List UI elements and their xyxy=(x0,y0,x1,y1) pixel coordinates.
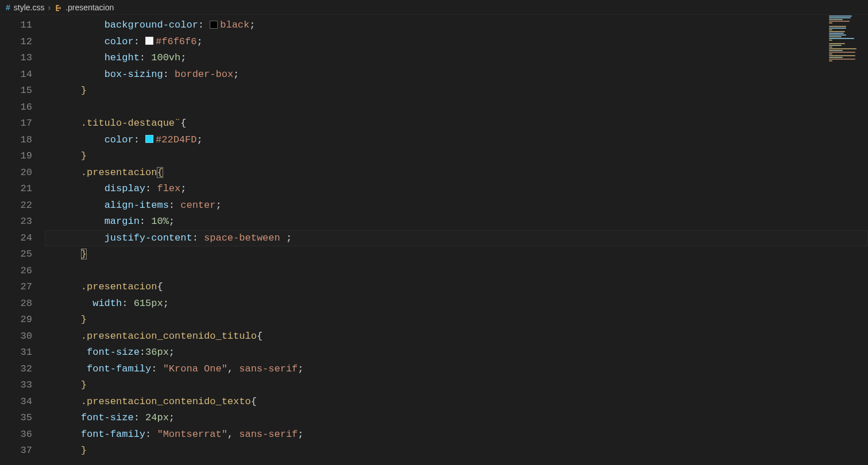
code-line[interactable]: height: 100vh; xyxy=(45,50,868,67)
line-number: 27 xyxy=(0,279,45,296)
code-line[interactable]: .presentacion_contenido_texto{ xyxy=(45,394,868,410)
line-number: 30 xyxy=(0,328,45,345)
code-line[interactable]: box-sizing: border-box; xyxy=(45,67,868,83)
code-line[interactable]: } xyxy=(45,312,868,328)
line-number: 25 xyxy=(0,246,45,263)
code-line[interactable]: margin: 10%; xyxy=(45,214,868,230)
code-line[interactable]: font-family: "Krona One", sans-serif; xyxy=(45,361,868,378)
code-line[interactable]: background-color: black; xyxy=(45,17,868,34)
code-line[interactable]: font-size:36px; xyxy=(45,344,868,361)
symbol-icon xyxy=(54,2,62,11)
breadcrumb-file[interactable]: style.css xyxy=(14,3,45,12)
line-number: 23 xyxy=(0,214,45,230)
line-number: 24 xyxy=(0,230,45,247)
breadcrumb[interactable]: # style.css › .presentacion xyxy=(0,0,868,15)
color-swatch[interactable] xyxy=(145,135,153,143)
line-number: 18 xyxy=(0,132,45,149)
color-swatch[interactable] xyxy=(210,21,218,29)
minimap[interactable] xyxy=(828,15,868,95)
line-number: 11 xyxy=(0,17,45,34)
code-line[interactable] xyxy=(45,263,868,280)
code-line[interactable]: width: 615px; xyxy=(45,296,868,312)
code-line[interactable]: color: #22D4FD; xyxy=(45,132,868,149)
line-number: 22 xyxy=(0,197,45,214)
code-line[interactable] xyxy=(45,99,868,116)
code-line[interactable]: color: #f6f6f6; xyxy=(45,34,868,51)
code-line[interactable]: } xyxy=(45,148,868,165)
line-number: 16 xyxy=(0,99,45,116)
line-number: 29 xyxy=(0,312,45,328)
breadcrumb-separator: › xyxy=(48,3,51,12)
code-line[interactable]: .presentacion{ xyxy=(45,165,868,181)
breadcrumb-symbol[interactable]: .presentacion xyxy=(65,3,114,12)
line-number: 13 xyxy=(0,50,45,67)
code-line[interactable]: justify-content: space-between ; xyxy=(45,230,868,247)
line-number: 37 xyxy=(0,443,45,459)
code-line[interactable]: } xyxy=(45,443,868,459)
line-number: 12 xyxy=(0,34,45,51)
code-line[interactable]: display: flex; xyxy=(45,181,868,197)
line-number: 31 xyxy=(0,344,45,361)
line-number: 26 xyxy=(0,263,45,280)
code-area[interactable]: background-color: black; color: #f6f6f6;… xyxy=(45,15,868,465)
code-line[interactable]: font-family: "Montserrat", sans-serif; xyxy=(45,427,868,443)
line-number: 35 xyxy=(0,410,45,427)
code-line[interactable]: align-items: center; xyxy=(45,197,868,214)
code-line[interactable]: } xyxy=(45,377,868,394)
line-number: 28 xyxy=(0,296,45,312)
line-number: 21 xyxy=(0,181,45,197)
line-number: 36 xyxy=(0,427,45,443)
line-number-gutter: 1112131415161718192021222324252627282930… xyxy=(0,15,45,465)
editor: 1112131415161718192021222324252627282930… xyxy=(0,15,868,465)
css-file-icon: # xyxy=(6,3,10,12)
code-line[interactable]: } xyxy=(45,83,868,99)
line-number: 19 xyxy=(0,148,45,165)
code-line[interactable]: font-size: 24px; xyxy=(45,410,868,427)
code-line[interactable]: .presentacion{ xyxy=(45,279,868,296)
code-line[interactable]: .titulo-destaque¨{ xyxy=(45,115,868,132)
line-number: 15 xyxy=(0,83,45,99)
code-line[interactable]: } xyxy=(45,246,868,263)
code-line[interactable]: .presentacion_contenido_titulo{ xyxy=(45,328,868,345)
line-number: 34 xyxy=(0,394,45,410)
line-number: 20 xyxy=(0,165,45,181)
line-number: 33 xyxy=(0,377,45,394)
color-swatch[interactable] xyxy=(145,37,153,45)
line-number: 14 xyxy=(0,67,45,83)
line-number: 17 xyxy=(0,115,45,132)
line-number: 32 xyxy=(0,361,45,378)
